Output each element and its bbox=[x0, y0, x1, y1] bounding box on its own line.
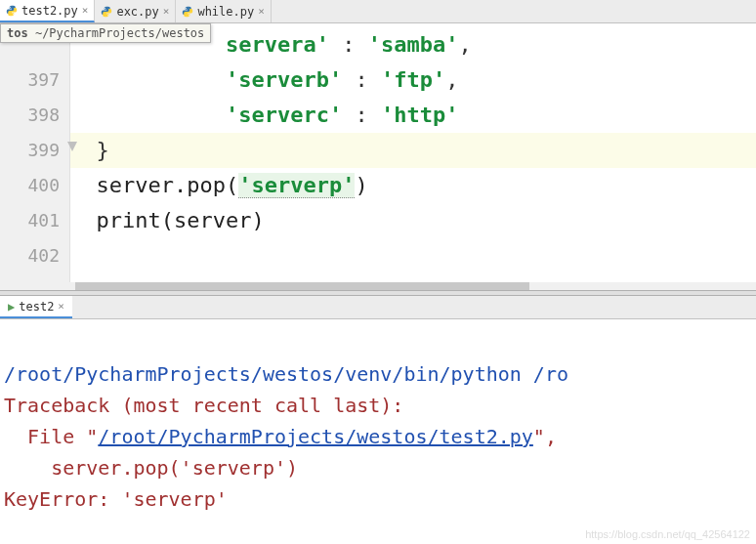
run-icon: ▶ bbox=[8, 300, 15, 314]
console-file-link[interactable]: /root/PycharmProjects/westos/test2.py bbox=[98, 425, 533, 448]
close-icon[interactable]: × bbox=[82, 4, 89, 17]
line-number: 400 bbox=[0, 168, 69, 203]
tab-test2[interactable]: test2.py × bbox=[0, 0, 95, 22]
console-tab-label: test2 bbox=[19, 300, 54, 314]
console-output[interactable]: /root/PycharmProjects/westos/venv/bin/py… bbox=[0, 319, 756, 523]
close-icon[interactable]: × bbox=[163, 5, 170, 18]
python-icon bbox=[6, 5, 18, 17]
fold-icon[interactable] bbox=[66, 133, 78, 145]
python-icon bbox=[182, 6, 193, 18]
line-number: 401 bbox=[0, 203, 69, 238]
watermark: https://blog.csdn.net/qq_42564122 bbox=[585, 528, 750, 540]
tooltip-path: ~/PycharmProjects/westos bbox=[35, 26, 204, 40]
tab-exc[interactable]: exc.py × bbox=[95, 0, 176, 22]
close-icon[interactable]: × bbox=[258, 5, 265, 18]
svg-point-0 bbox=[10, 6, 11, 7]
code-line: server.pop('serverp') bbox=[70, 168, 756, 203]
console-file-suffix: ", bbox=[533, 425, 557, 448]
console-tab-test2[interactable]: ▶ test2 × bbox=[0, 296, 72, 318]
code-area[interactable]: servera' : 'samba', 'serverb' : 'ftp', '… bbox=[70, 23, 756, 282]
line-number: 397 bbox=[0, 63, 69, 98]
tooltip-prefix: tos bbox=[7, 26, 28, 40]
file-path-tooltip: tos ~/PycharmProjects/westos bbox=[0, 23, 211, 43]
line-number: 398 bbox=[0, 98, 69, 133]
svg-point-2 bbox=[105, 7, 105, 8]
console-traceback: Traceback (most recent call last): bbox=[4, 394, 403, 417]
console-command: /root/PycharmProjects/westos/venv/bin/py… bbox=[4, 362, 568, 386]
scrollbar-thumb[interactable] bbox=[75, 282, 528, 290]
tab-label: exc.py bbox=[116, 5, 158, 19]
tab-label: while.py bbox=[197, 5, 254, 19]
code-line: print(server) bbox=[70, 203, 756, 238]
console-tabs: ▶ test2 × bbox=[0, 296, 756, 319]
svg-point-3 bbox=[107, 15, 108, 16]
svg-point-4 bbox=[186, 7, 187, 8]
console-call: server.pop('serverp') bbox=[4, 456, 298, 480]
line-gutter: 397 398 399 400 401 402 bbox=[0, 23, 70, 282]
code-line bbox=[70, 238, 756, 273]
svg-point-1 bbox=[13, 14, 14, 15]
code-line: 'serverb' : 'ftp', bbox=[70, 63, 756, 98]
tab-while[interactable]: while.py × bbox=[176, 0, 271, 22]
line-number: 402 bbox=[0, 238, 69, 273]
close-icon[interactable]: × bbox=[58, 300, 64, 313]
svg-point-5 bbox=[189, 15, 189, 16]
console-file-prefix: File " bbox=[4, 425, 98, 448]
python-icon bbox=[101, 6, 112, 18]
code-editor[interactable]: 397 398 399 400 401 402 servera' : 'samb… bbox=[0, 23, 756, 282]
console-error: KeyError: 'serverp' bbox=[4, 487, 228, 511]
horizontal-scrollbar[interactable] bbox=[0, 282, 756, 290]
line-number: 399 bbox=[0, 133, 69, 168]
code-line: 'serverc' : 'http' bbox=[70, 98, 756, 133]
editor-tabs: test2.py × exc.py × while.py × bbox=[0, 0, 756, 23]
code-line: } bbox=[70, 133, 756, 168]
tab-label: test2.py bbox=[21, 4, 78, 18]
